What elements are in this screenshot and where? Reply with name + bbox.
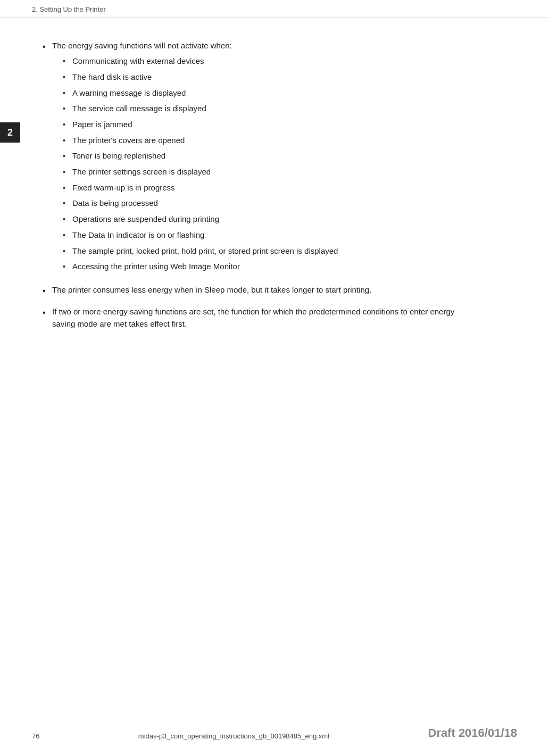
- inner-list-item-text: Paper is jammed: [72, 118, 132, 130]
- page-number: 76: [32, 732, 39, 740]
- list-item: • A warning message is displayed: [63, 87, 338, 99]
- list-item: • The hard disk is active: [63, 71, 338, 84]
- list-item-text: If two or more energy saving functions a…: [52, 305, 479, 330]
- filename: midas-p3_com_operating_instructions_gb_0…: [138, 732, 329, 740]
- bullet-dot-icon: •: [43, 306, 52, 320]
- inner-bullet-dot-icon: •: [63, 198, 72, 210]
- inner-bullet-dot-icon: •: [63, 119, 72, 131]
- list-item-content: The energy saving functions will not act…: [52, 39, 338, 276]
- list-item: • The printer consumes less energy when …: [43, 284, 479, 298]
- list-item-text: The printer consumes less energy when in…: [52, 284, 371, 296]
- inner-list-item-text: Communicating with external devices: [72, 55, 204, 67]
- inner-list-item-text: The printer's covers are opened: [72, 134, 185, 146]
- list-item: • The energy saving functions will not a…: [43, 39, 479, 276]
- inner-list-item-text: Fixed warm-up is in progress: [72, 181, 175, 194]
- inner-bullet-dot-icon: •: [63, 246, 72, 257]
- list-item: • Data is being processed: [63, 197, 338, 210]
- list-item: • Communicating with external devices: [63, 55, 338, 68]
- chapter-number: 2: [7, 127, 13, 138]
- list-item: • The printer settings screen is display…: [63, 165, 338, 178]
- draft-label: Draft 2016/01/18: [428, 726, 517, 740]
- inner-bullet-dot-icon: •: [63, 88, 72, 99]
- inner-bullet-dot-icon: •: [63, 151, 72, 162]
- inner-bullet-dot-icon: •: [63, 261, 72, 273]
- inner-list-item-text: Toner is being replenished: [72, 149, 165, 162]
- page-footer: 76 midas-p3_com_operating_instructions_g…: [0, 726, 549, 740]
- main-content: • The energy saving functions will not a…: [0, 18, 511, 369]
- inner-list-item-text: Accessing the printer using Web Image Mo…: [72, 260, 240, 272]
- list-item: • Accessing the printer using Web Image …: [63, 260, 338, 273]
- inner-bullet-dot-icon: •: [63, 230, 72, 242]
- inner-bullet-dot-icon: •: [63, 103, 72, 115]
- inner-bullet-dot-icon: •: [63, 167, 72, 178]
- inner-bullet-dot-icon: •: [63, 135, 72, 147]
- list-item-text: The energy saving functions will not act…: [52, 41, 232, 50]
- inner-bullet-dot-icon: •: [63, 182, 72, 194]
- inner-bullet-dot-icon: •: [63, 56, 72, 68]
- list-item: • If two or more energy saving functions…: [43, 305, 479, 330]
- inner-list-item-text: A warning message is displayed: [72, 87, 186, 99]
- list-item: • The Data In indicator is on or flashin…: [63, 229, 338, 242]
- list-item: • Toner is being replenished: [63, 149, 338, 162]
- bullet-dot-icon: •: [43, 40, 52, 54]
- inner-list-item-text: The printer settings screen is displayed: [72, 165, 211, 178]
- inner-bullet-dot-icon: •: [63, 214, 72, 226]
- inner-bullet-list: • Communicating with external devices • …: [63, 55, 338, 273]
- inner-bullet-dot-icon: •: [63, 72, 72, 84]
- bullet-dot-icon: •: [43, 285, 52, 298]
- outer-bullet-list: • The energy saving functions will not a…: [43, 39, 479, 330]
- list-item: • Fixed warm-up is in progress: [63, 181, 338, 194]
- page-header: 2. Setting Up the Printer: [0, 0, 549, 18]
- list-item: • The service call message is displayed: [63, 102, 338, 115]
- list-item: • The printer's covers are opened: [63, 134, 338, 147]
- inner-list-item-text: Operations are suspended during printing: [72, 213, 219, 225]
- list-item: • Paper is jammed: [63, 118, 338, 131]
- header-title: 2. Setting Up the Printer: [32, 5, 106, 13]
- chapter-tab: 2: [0, 122, 20, 143]
- inner-list-item-text: The hard disk is active: [72, 71, 152, 83]
- inner-list-item-text: Data is being processed: [72, 197, 158, 209]
- list-item: • The sample print, locked print, hold p…: [63, 245, 338, 257]
- list-item: • Operations are suspended during printi…: [63, 213, 338, 226]
- inner-list-item-text: The sample print, locked print, hold pri…: [72, 245, 338, 257]
- inner-list-item-text: The Data In indicator is on or flashing: [72, 229, 204, 241]
- inner-list-item-text: The service call message is displayed: [72, 102, 206, 114]
